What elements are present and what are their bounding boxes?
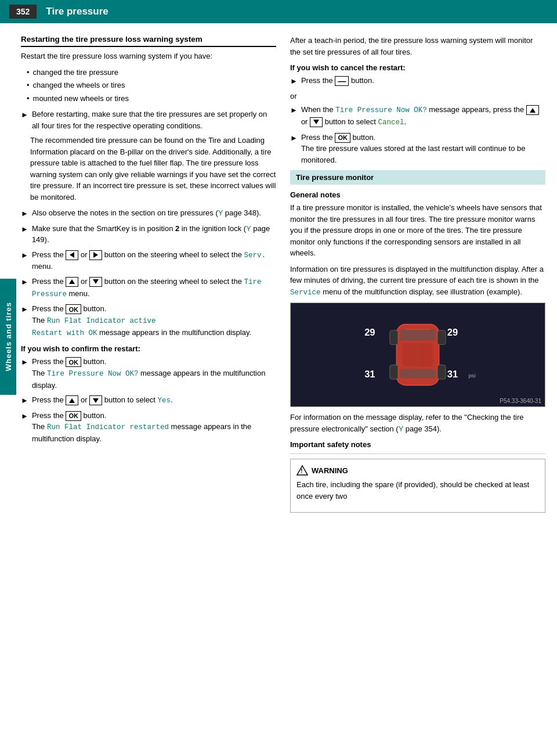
- bullet-dot: •: [27, 67, 30, 78]
- general-notes-header: General notes: [290, 190, 545, 199]
- svg-rect-8: [400, 369, 435, 379]
- safety-notes-header: Important safety notes: [290, 440, 545, 449]
- confirm-step-1: ► Press the OK button. The Tire Pressure…: [21, 356, 276, 391]
- page-wrapper: 352 Tire pressure Wheels and tires Resta…: [0, 0, 557, 756]
- confirm-step-2: ► Press the or button to select Yes.: [21, 394, 276, 406]
- bullet-text: changed the tire pressure: [33, 67, 118, 78]
- cancel-step-2: ► When the Tire Pressure Now OK? mes­sag…: [290, 104, 545, 128]
- step-text: Press the ― button.: [301, 75, 545, 87]
- triangle-left-icon: [70, 252, 74, 258]
- warning-box: ! WARNING Each tire, including the spare…: [290, 459, 545, 513]
- arrow-icon: ►: [21, 250, 28, 261]
- triangle-up-icon: [69, 398, 75, 403]
- step-press-left-right: ► Press the or button on the steer­ing w…: [21, 249, 276, 272]
- step-press-ok-1: ► Press the OK button. The Run Flat Indi…: [21, 303, 276, 339]
- cancel-step-1: ► Press the ― button.: [290, 75, 545, 87]
- image-label: P54.33-3640-31: [500, 398, 541, 404]
- list-item: • changed the tire pressure: [27, 67, 276, 78]
- arrow-icon: ►: [21, 208, 28, 219]
- bullet-text: changed the wheels or tires: [33, 80, 125, 91]
- recommended-pressure-text: The recommended tire pressure can be fou…: [21, 135, 276, 203]
- arrow-icon: ►: [290, 75, 298, 87]
- warning-title: ! WARNING: [296, 465, 539, 476]
- cancel-header: If you wish to cancel the restart:: [290, 63, 545, 72]
- step-text: Press the OK button. The tire pressure v…: [301, 132, 545, 166]
- page-header: 352 Tire pressure: [0, 0, 557, 23]
- arrow-icon: ►: [21, 224, 28, 235]
- confirm-header: If you wish to confirm the restart:: [21, 344, 276, 353]
- or-text: or: [290, 91, 545, 102]
- after-teach-text: After a teach-in period, the tire pressu…: [290, 35, 545, 57]
- step-before-restart: ► Before restarting, make sure that the …: [21, 109, 276, 131]
- arrow-icon: ►: [21, 357, 28, 368]
- svg-rect-13: [437, 365, 446, 380]
- svg-rect-15: [403, 343, 433, 366]
- left-btn: [66, 250, 78, 260]
- bullet-list: • changed the tire pressure • changed th…: [21, 67, 276, 105]
- ok-btn: OK: [66, 304, 81, 314]
- svg-rect-11: [437, 330, 446, 345]
- down-btn: [89, 395, 102, 405]
- arrow-icon: ►: [290, 105, 298, 116]
- arrow-icon: ►: [21, 276, 28, 288]
- right-btn: [89, 250, 102, 260]
- svg-rect-12: [390, 365, 398, 380]
- step-text: Press the or button on the steer­ing whe…: [32, 276, 276, 300]
- triangle-down-icon: [313, 120, 319, 124]
- ok-btn: OK: [335, 133, 350, 143]
- dash-icon: ―: [338, 77, 346, 85]
- bullet-dot: •: [27, 80, 30, 91]
- divider: [290, 453, 545, 454]
- general-notes-p2: Information on tire pressures is display…: [290, 264, 545, 298]
- step-observe-notes: ► Also observe the notes in the section …: [21, 207, 276, 219]
- step-text: Press the OK button. The Run Flat Indica…: [32, 410, 276, 445]
- svg-text:31: 31: [364, 369, 375, 380]
- step-text: When the Tire Pressure Now OK? mes­sage …: [301, 104, 545, 128]
- list-item: • mounted new wheels or tires: [27, 93, 276, 105]
- dash-btn: ―: [335, 76, 349, 86]
- car-svg: 29 29 31 31 psi: [337, 314, 499, 395]
- arrow-icon: ►: [21, 109, 28, 121]
- page-title: Tire pressure: [46, 6, 108, 17]
- step-text: Before restarting, make sure that the ti…: [32, 109, 276, 131]
- triangle-down-icon: [93, 279, 99, 284]
- down-btn: [89, 277, 102, 287]
- arrow-icon: ►: [21, 304, 28, 315]
- triangle-up-icon: [69, 279, 75, 284]
- tire-pressure-monitor-band: Tire pressure monitor: [290, 170, 545, 185]
- svg-text:31: 31: [447, 369, 458, 380]
- svg-text:psi: psi: [469, 373, 476, 379]
- down-btn: [310, 117, 323, 127]
- step-text: Press the OK button. The Tire Pressure N…: [32, 356, 276, 391]
- warning-label: WARNING: [312, 466, 348, 475]
- step-text: Press the or button on the steer­ing whe…: [32, 249, 276, 272]
- triangle-down-icon: [93, 398, 99, 403]
- section-header-restarting: Restarting the tire pressure loss warnin…: [21, 35, 276, 47]
- step-text: Press the or button to select Yes.: [32, 394, 276, 406]
- svg-text:!: !: [301, 468, 302, 474]
- general-notes-p1: If a tire pressure monitor is installed,…: [290, 202, 545, 259]
- list-item: • changed the wheels or tires: [27, 80, 276, 91]
- bullet-dot: •: [27, 93, 30, 105]
- ok-btn: OK: [66, 357, 81, 367]
- step-text: Also observe the notes in the section on…: [32, 207, 276, 219]
- confirm-step-3: ► Press the OK button. The Run Flat Indi…: [21, 410, 276, 445]
- svg-rect-10: [390, 330, 398, 345]
- arrow-icon: ►: [290, 132, 298, 144]
- warning-triangle-icon: !: [296, 465, 308, 476]
- cancel-step-3: ► Press the OK button. The tire pressure…: [290, 132, 545, 166]
- step-text: Press the OK button. The Run Flat Indica…: [32, 303, 276, 339]
- svg-rect-7: [400, 330, 435, 341]
- step-press-up-down-tirepressure: ► Press the or button on the steer­ing w…: [21, 276, 276, 300]
- intro-text: Restart the tire pressure loss warning s…: [21, 51, 276, 62]
- up-btn: [66, 277, 78, 287]
- up-btn: [526, 105, 539, 115]
- right-column: After a teach-in period, the tire pressu…: [290, 35, 545, 513]
- svg-text:29: 29: [364, 327, 375, 338]
- step-text: Make sure that the SmartKey is in positi…: [32, 223, 276, 246]
- svg-text:29: 29: [447, 327, 458, 338]
- triangle-up-icon: [530, 108, 536, 113]
- car-diagram: 29 29 31 31 psi: [290, 303, 545, 407]
- main-content: Restarting the tire pressure loss warnin…: [0, 23, 557, 524]
- bullet-text: mounted new wheels or tires: [33, 93, 129, 105]
